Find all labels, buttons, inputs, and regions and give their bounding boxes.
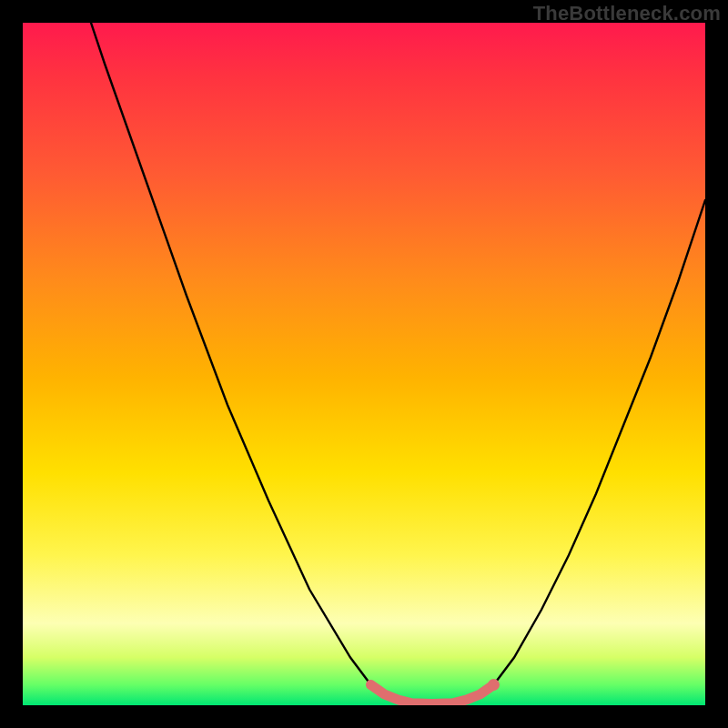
- flat-region-highlight: [371, 685, 494, 704]
- highlight-end-dot: [488, 679, 500, 691]
- chart-overlay: [23, 23, 705, 705]
- chart-frame: TheBottleneck.com: [0, 0, 728, 728]
- bottleneck-curve: [23, 23, 705, 705]
- watermark-label: TheBottleneck.com: [533, 2, 721, 25]
